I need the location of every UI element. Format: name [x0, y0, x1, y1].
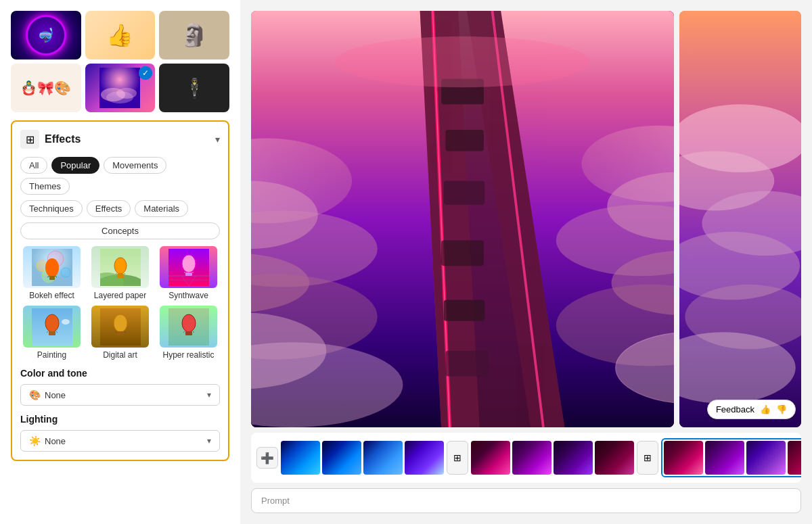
- effects-panel: ⊞ Effects ▾ All Popular Movements Themes…: [11, 120, 229, 461]
- filter-materials[interactable]: Materials: [135, 200, 188, 217]
- filter-all[interactable]: All: [20, 157, 47, 174]
- filter-techniques[interactable]: Techniques: [20, 200, 83, 217]
- filter-row-1: All Popular Movements Themes: [20, 157, 220, 195]
- filter-movements[interactable]: Movements: [104, 157, 166, 174]
- strip-thumb-8[interactable]: [595, 441, 634, 475]
- add-image-button[interactable]: ➕: [256, 447, 278, 469]
- color-tone-section: Color and tone 🎨 None ▾: [20, 368, 220, 406]
- svg-rect-41: [117, 331, 124, 335]
- filter-effects[interactable]: Effects: [87, 200, 131, 217]
- filter-themes[interactable]: Themes: [20, 178, 70, 195]
- svg-rect-72: [444, 181, 484, 204]
- side-image-panel: Feedback 👍 👎: [679, 11, 801, 427]
- image-area: Feedback 👍 👎: [240, 0, 812, 433]
- svg-point-9: [45, 258, 59, 277]
- strip-thumb-12[interactable]: [788, 441, 801, 475]
- thumbnail-grid: 🤿 👍 🗿 🪆🎀🎨: [11, 11, 229, 112]
- strip-thumb-1[interactable]: [281, 441, 320, 475]
- strip-thumb-3[interactable]: [363, 441, 403, 475]
- effect-bokeh[interactable]: Bokeh effect: [20, 246, 83, 300]
- svg-point-3: [106, 91, 133, 103]
- feedback-button[interactable]: Feedback 👍 👎: [707, 400, 796, 419]
- thumbnail-suit[interactable]: 🕴️: [159, 64, 229, 112]
- strip-thumb-10[interactable]: [705, 441, 744, 475]
- color-tone-chevron: ▾: [207, 390, 211, 400]
- bokeh-label: Bokeh effect: [29, 291, 74, 300]
- effects-header: ⊞ Effects ▾: [20, 130, 220, 149]
- thumbdown-icon[interactable]: 👎: [776, 404, 787, 414]
- thumbnail-clouds[interactable]: ✓: [85, 64, 156, 112]
- color-tone-dropdown[interactable]: 🎨 None ▾: [20, 384, 220, 406]
- thumbnail-scattered[interactable]: 🪆🎀🎨: [11, 64, 81, 112]
- strip-thumb-6[interactable]: [512, 441, 551, 475]
- main-image: [251, 11, 674, 427]
- effects-title-group: ⊞ Effects: [20, 130, 81, 149]
- main-content: Feedback 👍 👎 ➕ ⊞ ⊞: [240, 0, 812, 524]
- strip-group-3-active: [661, 438, 801, 477]
- bottom-strip: ➕ ⊞ ⊞: [251, 433, 801, 483]
- effects-grid: Bokeh effect: [20, 246, 220, 360]
- svg-rect-20: [117, 274, 124, 278]
- digital-label: Digital art: [103, 350, 137, 360]
- svg-rect-74: [444, 300, 484, 320]
- hyper-label: Hyper realistic: [162, 350, 214, 360]
- svg-rect-10: [49, 276, 55, 280]
- color-tone-icon: 🎨: [29, 389, 41, 400]
- svg-rect-30: [185, 272, 192, 276]
- thumbnail-thumbsup[interactable]: 👍: [85, 11, 156, 59]
- strip-thumb-4[interactable]: [405, 441, 444, 475]
- strip-thumb-2[interactable]: [322, 441, 361, 475]
- effects-collapse-icon[interactable]: ▾: [215, 134, 220, 145]
- filter-popular[interactable]: Popular: [51, 157, 99, 174]
- effect-synthwave[interactable]: Synthwave: [157, 246, 220, 300]
- strip-thumb-11[interactable]: [746, 441, 786, 475]
- group3-action-button[interactable]: ⊞: [637, 441, 658, 475]
- layered-label: Layered paper: [94, 291, 146, 300]
- svg-rect-73: [441, 240, 484, 266]
- lighting-chevron: ▾: [207, 436, 211, 446]
- prompt-label: Prompt: [261, 496, 290, 506]
- lighting-icon: ☀️: [29, 435, 41, 446]
- color-tone-label: Color and tone: [20, 368, 220, 379]
- strip-thumb-5[interactable]: [471, 441, 510, 475]
- strip-group-2: [471, 441, 634, 475]
- lighting-value: None: [45, 436, 207, 446]
- svg-rect-47: [185, 331, 192, 335]
- effect-hyper[interactable]: Hyper realistic: [157, 306, 220, 360]
- filter-concepts[interactable]: Concepts: [20, 222, 220, 239]
- color-tone-value: None: [45, 390, 207, 400]
- effects-grid-icon: ⊞: [20, 130, 39, 149]
- svg-point-7: [61, 268, 70, 277]
- lighting-dropdown[interactable]: ☀️ None ▾: [20, 430, 220, 452]
- painting-label: Painting: [37, 350, 66, 360]
- filter-row-2: Techniques Effects Materials: [20, 200, 220, 217]
- strip-group-1: [281, 441, 444, 475]
- feedback-label: Feedback: [716, 404, 754, 414]
- strip-thumb-9[interactable]: [664, 441, 703, 475]
- thumbnail-bust[interactable]: 🗿: [159, 11, 229, 59]
- svg-rect-75: [445, 351, 488, 377]
- svg-point-37: [62, 319, 70, 325]
- svg-rect-34: [49, 331, 55, 335]
- thumbnail-diver[interactable]: 🤿: [11, 11, 81, 59]
- svg-rect-71: [445, 130, 484, 151]
- train-visualization: [251, 11, 674, 427]
- prompt-bar: Prompt: [251, 488, 801, 513]
- effect-digital[interactable]: Digital art: [89, 306, 152, 360]
- group2-action-button[interactable]: ⊞: [447, 441, 468, 475]
- left-panel: 🤿 👍 🗿 🪆🎀🎨: [0, 0, 240, 524]
- filter-row-3: Concepts: [20, 222, 220, 239]
- strip-thumb-7[interactable]: [554, 441, 593, 475]
- lighting-section: Lighting ☀️ None ▾: [20, 414, 220, 452]
- effect-layered[interactable]: Layered paper: [89, 246, 152, 300]
- effect-painting[interactable]: Painting: [20, 306, 83, 360]
- effects-title: Effects: [45, 133, 81, 145]
- thumbup-icon[interactable]: 👍: [760, 404, 771, 414]
- lighting-label: Lighting: [20, 414, 220, 425]
- svg-point-76: [335, 37, 590, 87]
- prompt-input[interactable]: [290, 496, 791, 506]
- synthwave-label: Synthwave: [168, 291, 208, 300]
